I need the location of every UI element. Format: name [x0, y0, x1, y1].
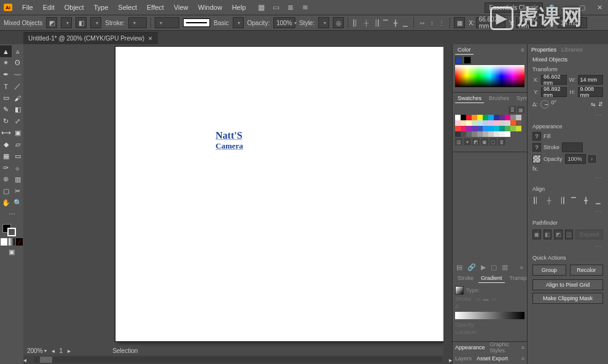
document-tab[interactable]: Untitled-1* @ 200% (CMYK/GPU Preview) ✕ [23, 32, 158, 44]
menu-type[interactable]: Type [89, 0, 114, 15]
recolor-icon[interactable]: ◎ [333, 17, 344, 28]
align-vcenter-btn[interactable]: ╋ [582, 196, 590, 204]
stroke-weight-field[interactable] [128, 17, 147, 28]
color-mode-gradient[interactable] [9, 238, 15, 246]
scale-tool[interactable]: ⤢ [12, 115, 23, 127]
rectangle-tool[interactable]: ▭ [0, 92, 12, 104]
align-top-icon[interactable]: ▔ [381, 18, 390, 27]
align-left-icon[interactable]: ┃▏ [352, 18, 361, 27]
flip-h-icon[interactable]: ⇋ [591, 101, 596, 107]
direct-selection-tool[interactable]: ▵ [12, 45, 23, 57]
menu-view[interactable]: View [169, 0, 193, 15]
pf-minus-front-icon[interactable]: ◧ [544, 230, 552, 239]
swatch-lib-icon[interactable]: ▥ [455, 138, 462, 145]
artboard-nav-next-icon[interactable]: ▸ [68, 347, 71, 354]
shape-builder-tool[interactable]: ◆ [0, 139, 12, 150]
artboard-tool[interactable]: ▢ [0, 185, 12, 197]
tab-layers-bottom[interactable]: Layers [455, 355, 472, 362]
stroke-weight-prop[interactable] [562, 142, 583, 152]
transform-icon[interactable]: ▦ [454, 17, 465, 28]
menu-help[interactable]: Help [227, 0, 251, 15]
tab-graphic-styles-bottom[interactable]: Graphic Styles [490, 341, 512, 354]
icon-artboards-mini[interactable]: ▢ [491, 263, 497, 271]
align-bottom-btn[interactable]: ▁ [594, 196, 602, 204]
blend-tool[interactable]: ⟐ [12, 162, 23, 174]
window-maximize-icon[interactable]: ▢ [574, 4, 591, 12]
menu-select[interactable]: Select [113, 0, 142, 15]
swatch-chip[interactable] [499, 131, 505, 137]
pf-expand-button[interactable]: Expand [575, 230, 603, 239]
swatch-chip[interactable] [472, 131, 477, 137]
bridge-icon[interactable]: ▦ [257, 3, 265, 12]
swatch-chip[interactable] [510, 126, 516, 131]
y-field[interactable]: 98.892 mm [516, 17, 545, 28]
stock-icon[interactable]: ▭ [271, 3, 280, 12]
arrange-icon[interactable]: ≣ [286, 3, 295, 12]
canvas-area[interactable]: Natt'S Camera 200%▾ ◂ 1 ▸ Selection ◂ ▸ [23, 44, 452, 364]
edit-toolbar-icon[interactable]: ⋯ [0, 209, 23, 220]
swatch-group-icon[interactable]: ▣ [481, 138, 488, 145]
prop-angle-field[interactable]: 0° [551, 99, 572, 109]
stroke-color-chip[interactable] [7, 228, 16, 236]
window-minimize-icon[interactable]: — [556, 4, 574, 11]
fx-label[interactable]: fx. [532, 166, 539, 172]
swatch-chip[interactable] [472, 115, 477, 120]
prop-y-field[interactable]: 98.892 mm [541, 87, 567, 97]
color-mode-none[interactable]: ╱ [16, 238, 23, 246]
zoom-field[interactable]: 200%▾ [27, 347, 47, 354]
tab-color[interactable]: Color [455, 45, 474, 55]
workspace-switcher[interactable]: Essentials Classic [485, 2, 543, 13]
swatch-chip[interactable] [494, 115, 499, 120]
icon-expand-mini[interactable]: » [520, 263, 523, 271]
align-top-btn[interactable]: ▔ [569, 196, 578, 204]
appearance-menu-icon[interactable]: ≡ [521, 344, 524, 350]
prop-w-field[interactable]: 14 mm [578, 75, 604, 85]
gradient-stroke-opt3[interactable]: ▭ [491, 296, 497, 302]
swatch-chip[interactable] [483, 131, 488, 137]
gradient-stroke-opt1[interactable]: ▭ [475, 296, 481, 302]
swatch-chip[interactable] [505, 120, 510, 126]
eraser-tool[interactable]: ◧ [12, 104, 23, 115]
opacity-go-icon[interactable]: › [588, 155, 596, 163]
prop-x-field[interactable]: 66.602 mm [541, 75, 567, 85]
curvature-tool[interactable]: 〰 [12, 69, 23, 80]
slice-tool[interactable]: ✂ [12, 185, 23, 197]
align-right-icon[interactable]: ▕┃ [372, 18, 380, 27]
paintbrush-tool[interactable]: 🖌 [12, 92, 23, 104]
make-clipping-mask-button[interactable]: Make Clipping Mask [532, 293, 603, 304]
tab-brushes[interactable]: Brushes [486, 94, 512, 103]
align-pixel-grid-button[interactable]: Align to Pixel Grid [532, 279, 603, 290]
fill-dropdown[interactable] [61, 17, 72, 28]
brush-definition-preview[interactable] [183, 18, 210, 27]
x-field[interactable]: 66.602 mm [476, 17, 505, 28]
swatch-chip[interactable] [477, 120, 483, 126]
tab-gradient[interactable]: Gradient [478, 274, 505, 283]
swatch-chip[interactable] [461, 126, 466, 131]
gradient-slider[interactable] [455, 312, 524, 319]
icon-layers-mini[interactable]: ▤ [456, 263, 462, 271]
line-tool[interactable]: ／ [12, 80, 23, 92]
screen-mode-icon[interactable]: ▣ [0, 246, 23, 258]
menu-effect[interactable]: Effect [142, 0, 169, 15]
pen-tool[interactable]: ✒ [0, 69, 12, 80]
eyedropper-tool[interactable]: ✑ [0, 162, 12, 174]
prop-h-field[interactable]: 9.008 mm [578, 87, 604, 97]
w-field[interactable]: 14 mm [558, 17, 587, 28]
align-bottom-icon[interactable]: ▁ [401, 18, 410, 27]
icon-actions-mini[interactable]: ▶ [481, 263, 486, 271]
angle-dial-icon[interactable] [540, 100, 549, 109]
fill-stroke-swatch[interactable] [0, 223, 23, 236]
appearance-more-icon[interactable]: ⋯ [528, 173, 608, 184]
column-graph-tool[interactable]: ▥ [12, 174, 23, 185]
tab-swatches[interactable]: Swatches [455, 94, 484, 103]
swatch-chip[interactable] [488, 131, 494, 137]
symbol-sprayer-tool[interactable]: ❊ [0, 174, 12, 185]
swatch-grid-view-icon[interactable]: ▦ [517, 106, 524, 114]
perspective-tool[interactable]: ▱ [12, 139, 23, 150]
swatch-chip[interactable] [461, 115, 466, 120]
flip-v-icon[interactable]: ⇵ [598, 101, 603, 107]
recolor-button[interactable]: Recolor [570, 265, 604, 276]
swatch-options-icon[interactable]: ◩ [472, 138, 480, 145]
dist-spacing-icon[interactable]: ⋮ [437, 18, 446, 27]
rotate-tool[interactable]: ↻ [0, 115, 12, 127]
